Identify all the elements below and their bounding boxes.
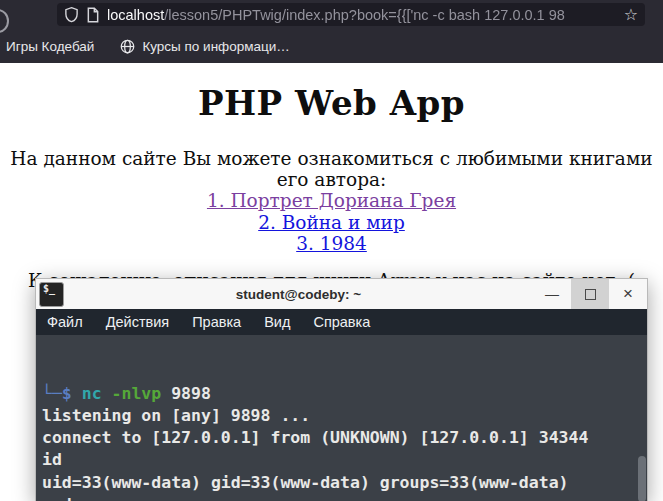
terminal-line: └─$ nc -nlvp 9898 xyxy=(42,383,647,405)
page-icon[interactable] xyxy=(86,7,100,23)
scrollbar-thumb[interactable] xyxy=(638,456,646,501)
bookmark-label: Курсы по информаци… xyxy=(142,39,289,54)
terminal-line: connect to [127.0.0.1] from (UNKNOWN) [1… xyxy=(42,427,647,449)
bookmark-star-icon[interactable]: ☆ xyxy=(624,5,638,24)
url-bar[interactable]: localhost/lesson5/PHPTwig/index.php?book… xyxy=(57,3,645,26)
url-path: /lesson5/PHPTwig/index.php?book={{['nc -… xyxy=(164,7,565,23)
book-link-3[interactable]: 3. 1984 xyxy=(0,233,663,255)
menu-edit[interactable]: Правка xyxy=(192,314,241,330)
bookmarks-bar: Игры Кодебай Курсы по информаци… xyxy=(0,29,663,63)
globe-icon xyxy=(120,39,135,54)
close-button[interactable]: × xyxy=(609,279,647,309)
bookmark-item-games[interactable]: Игры Кодебай xyxy=(6,39,94,54)
menu-view[interactable]: Вид xyxy=(264,314,290,330)
page-title: PHP Web App xyxy=(0,83,663,123)
intro-text: На данном сайте Вы можете ознакомиться с… xyxy=(0,148,663,190)
url-host: localhost xyxy=(107,7,164,23)
terminal-title: student@codeby: ~ xyxy=(64,287,533,302)
book-link-1[interactable]: 1. Портрет Дориана Грея xyxy=(0,190,663,212)
minimize-button[interactable]: — xyxy=(533,279,571,309)
book-link-2[interactable]: 2. Война и мир xyxy=(0,212,663,234)
terminal-app-icon[interactable]: $_ xyxy=(39,282,64,307)
window-controls: — × xyxy=(533,279,647,309)
maximize-icon xyxy=(585,289,596,300)
book-links: 1. Портрет Дориана Грея 2. Война и мир 3… xyxy=(0,190,663,255)
menu-help[interactable]: Справка xyxy=(313,314,370,330)
shield-icon[interactable] xyxy=(64,6,79,23)
terminal-line: pwd xyxy=(42,494,647,501)
bookmark-item-courses[interactable]: Курсы по информаци… xyxy=(120,39,289,54)
url-text[interactable]: localhost/lesson5/PHPTwig/index.php?book… xyxy=(107,7,618,23)
browser-chrome: localhost/lesson5/PHPTwig/index.php?book… xyxy=(0,0,663,63)
bookmark-label: Игры Кодебай xyxy=(6,39,94,54)
browser-toolbar: localhost/lesson5/PHPTwig/index.php?book… xyxy=(0,0,663,29)
terminal-output[interactable]: └─$ nc -nlvp 9898listening on [any] 9898… xyxy=(36,335,647,501)
terminal-line: listening on [any] 9898 ... xyxy=(42,405,647,427)
terminal-menubar: Файл Действия Правка Вид Справка xyxy=(36,309,647,335)
terminal-titlebar[interactable]: $_ student@codeby: ~ — × xyxy=(36,279,647,309)
menu-file[interactable]: Файл xyxy=(47,314,83,330)
terminal-window: $_ student@codeby: ~ — × Файл Действия П… xyxy=(35,278,648,501)
terminal-line: uid=33(www-data) gid=33(www-data) groups… xyxy=(42,472,647,494)
maximize-button[interactable] xyxy=(571,279,609,309)
menu-actions[interactable]: Действия xyxy=(106,314,170,330)
terminal-line: id xyxy=(42,449,647,471)
